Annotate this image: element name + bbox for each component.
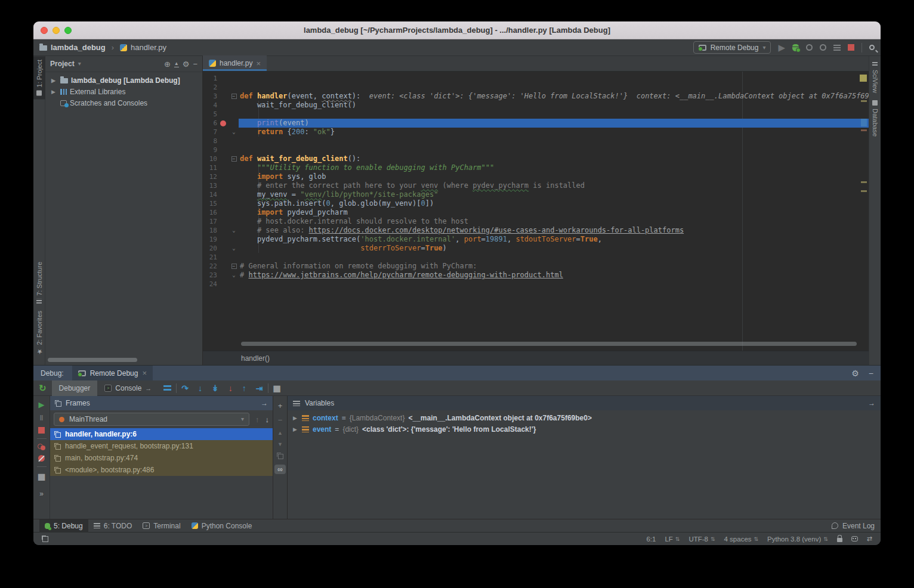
mute-breakpoints-button[interactable] xyxy=(38,455,45,462)
expand-arrow-icon[interactable]: ▶ xyxy=(293,426,298,432)
close-tab-icon[interactable]: × xyxy=(256,59,261,68)
fold-marker-icon[interactable]: − xyxy=(231,264,237,269)
gutter[interactable]: 3− xyxy=(203,92,239,101)
debug-button[interactable] xyxy=(792,44,799,51)
show-execution-point-button[interactable] xyxy=(163,385,171,391)
project-view-chevron-icon[interactable]: ▾ xyxy=(78,61,81,67)
hide-project-panel-button[interactable]: − xyxy=(193,60,197,68)
frame-row[interactable]: main, bootstrap.py:474 xyxy=(50,452,273,464)
breadcrumb-file[interactable]: handler.py xyxy=(131,43,166,52)
event-log-button[interactable]: Event Log xyxy=(832,522,875,530)
debug-settings-button[interactable]: ⚙ xyxy=(851,369,859,378)
gutter[interactable]: 17 xyxy=(203,217,239,226)
gutter[interactable]: 21 xyxy=(203,253,239,262)
toolwindow-terminal[interactable]: > Terminal xyxy=(137,519,186,533)
gutter[interactable]: 18⌄ xyxy=(203,226,239,235)
locate-file-button[interactable]: ⊕ xyxy=(164,60,171,68)
variable-row[interactable]: ▶event={dict}<class 'dict'>: {'message':… xyxy=(288,423,881,435)
caret-position[interactable]: 6:1 xyxy=(646,536,656,543)
tab-console[interactable]: > Console → xyxy=(97,380,159,396)
toolwindow-debug[interactable]: 5: Debug xyxy=(39,519,88,533)
code-editor[interactable]: 123−def handler(event, context): event: … xyxy=(203,72,869,351)
more-actions-button[interactable]: » xyxy=(39,490,44,498)
gutter[interactable]: 22− xyxy=(203,262,239,271)
resume-button[interactable]: ▶ xyxy=(39,400,45,409)
force-step-into-button[interactable]: ↡ xyxy=(207,383,224,393)
gutter[interactable]: 12 xyxy=(203,172,239,181)
sidebar-item-project[interactable]: 1: Project xyxy=(33,56,45,99)
collapse-all-button[interactable]: ▲ xyxy=(174,61,179,67)
run-button[interactable]: ▶ xyxy=(778,43,785,52)
pause-button[interactable]: ‖ xyxy=(40,414,44,422)
step-into-my-code-button[interactable]: ↓ xyxy=(224,383,237,393)
gutter[interactable]: 9 xyxy=(203,146,239,154)
gutter[interactable]: 1 xyxy=(203,74,239,83)
gutter[interactable]: 2 xyxy=(203,83,239,92)
tab-debugger[interactable]: Debugger xyxy=(52,380,98,396)
context-breadcrumb[interactable]: handler() xyxy=(241,354,270,363)
gutter[interactable]: 19 xyxy=(203,235,239,244)
breadcrumb[interactable]: lambda_debug › handler.py xyxy=(39,43,166,52)
run-to-cursor-button[interactable]: ⇥ xyxy=(251,383,268,393)
concurrency-diagram-button[interactable] xyxy=(833,45,841,51)
hide-variables-icon[interactable]: → xyxy=(868,399,875,407)
sidebar-item-favorites[interactable]: ★ 2: Favorites xyxy=(35,307,43,359)
editor-hscrollbar[interactable] xyxy=(241,342,857,346)
fold-end-icon[interactable]: ⌄ xyxy=(232,128,235,137)
add-watch-button[interactable]: + xyxy=(278,401,283,410)
line-separator-select[interactable]: LF⇅ xyxy=(665,536,680,543)
gutter[interactable]: 8 xyxy=(203,137,239,146)
toolwindow-python-console[interactable]: Python Console xyxy=(186,519,258,533)
sidebar-item-structure[interactable]: 7: Structure xyxy=(36,258,43,307)
step-out-button[interactable]: ↑ xyxy=(237,383,251,393)
project-settings-button[interactable]: ⚙ xyxy=(183,60,190,68)
breakpoint-icon[interactable] xyxy=(220,120,226,126)
variable-row[interactable]: ▶context={LambdaContext}<__main__.Lambda… xyxy=(288,412,881,423)
evaluate-expression-button[interactable]: ▦ xyxy=(268,383,286,393)
move-watch-up-button[interactable]: ▲ xyxy=(277,430,283,436)
tool-window-toggle-icon[interactable] xyxy=(42,536,48,542)
project-hscrollbar[interactable] xyxy=(48,358,137,362)
frame-row[interactable]: <module>, bootstrap.py:486 xyxy=(50,464,273,476)
gutter[interactable]: 5 xyxy=(203,110,239,119)
previous-frame-button[interactable]: ↑ xyxy=(255,415,260,424)
inspection-status-icon[interactable] xyxy=(860,75,867,82)
gutter[interactable]: 11 xyxy=(203,163,239,172)
toolwindow-todo[interactable]: 6: TODO xyxy=(88,519,138,533)
step-into-button[interactable]: ↓ xyxy=(193,383,207,393)
step-over-button[interactable]: ↷ xyxy=(177,383,193,393)
indent-select[interactable]: 4 spaces⇅ xyxy=(724,536,759,543)
gutter[interactable]: 6 xyxy=(203,119,239,128)
view-breakpoints-button[interactable] xyxy=(38,444,46,450)
move-watch-down-button[interactable]: ▼ xyxy=(277,441,283,447)
show-return-values-button[interactable]: ∞ xyxy=(274,465,286,474)
gutter[interactable]: 4 xyxy=(203,101,239,110)
gutter[interactable]: 15 xyxy=(203,199,239,208)
thread-select[interactable]: MainThread ▾ xyxy=(54,413,249,426)
fold-end-icon[interactable]: ⌄ xyxy=(232,226,235,235)
console-pin-icon[interactable]: → xyxy=(145,385,152,392)
debug-session-tab[interactable]: Remote Debug × xyxy=(72,366,153,380)
tree-item[interactable]: ▶lambda_debug [Lambda Debug] xyxy=(45,75,202,86)
next-frame-button[interactable]: ↓ xyxy=(265,415,270,424)
restore-layout-button[interactable]: ▦ xyxy=(38,472,45,481)
expand-arrow-icon[interactable]: ▶ xyxy=(293,415,298,421)
reader-mode-icon[interactable] xyxy=(851,536,858,541)
expand-arrow-icon[interactable]: ▶ xyxy=(51,89,57,95)
interpreter-select[interactable]: Python 3.8 (venv)⇅ xyxy=(767,536,828,543)
hide-debug-window-button[interactable]: − xyxy=(869,369,873,378)
gutter[interactable]: 20⌄ xyxy=(203,244,239,253)
expand-arrow-icon[interactable]: ▶ xyxy=(51,78,57,83)
stop-button[interactable] xyxy=(848,44,854,51)
variables-menu-icon[interactable] xyxy=(293,401,300,406)
gutter[interactable]: 14 xyxy=(203,190,239,199)
close-session-icon[interactable]: × xyxy=(142,369,147,377)
duplicate-watch-button[interactable] xyxy=(277,453,283,459)
sidebar-item-database[interactable]: Database xyxy=(872,97,879,140)
tree-item[interactable]: ▶External Libraries xyxy=(45,86,202,97)
encoding-select[interactable]: UTF-8⇅ xyxy=(688,536,715,543)
fold-end-icon[interactable]: ⌄ xyxy=(232,271,235,280)
frame-row[interactable]: handle_event_request, bootstrap.py:131 xyxy=(50,440,273,452)
fold-marker-icon[interactable]: − xyxy=(231,94,237,99)
update-icon[interactable]: ⇄ xyxy=(867,535,872,543)
